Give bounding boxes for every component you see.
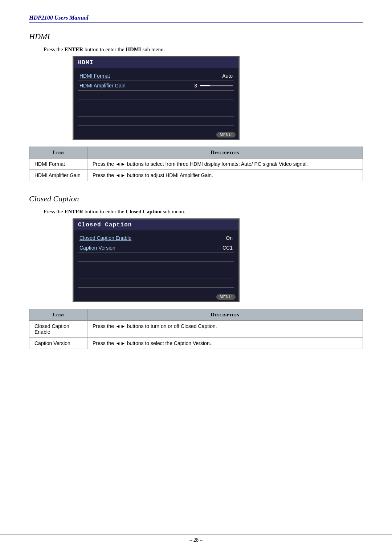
cc-table-item-0: Closed Caption Enable bbox=[29, 321, 87, 338]
osd-row-cc-enable: Closed Caption Enable On bbox=[78, 233, 234, 243]
cc-table-desc-1: Press the ◄► buttons to select the Capti… bbox=[87, 338, 363, 349]
hdmi-desc-table: Item Description HDMI Format Press the ◄… bbox=[29, 147, 363, 181]
page-footer: – 28 – bbox=[0, 534, 392, 543]
hdmi-osd-menu-btn-area: MENU bbox=[74, 130, 238, 139]
hdmi-osd-title: HDMI bbox=[74, 57, 238, 68]
osd-row-hdmi-format: HDMI Format Auto bbox=[78, 71, 234, 81]
cc-osd-row-empty-4 bbox=[78, 279, 234, 288]
cc-menu-pill: MENU bbox=[216, 294, 236, 300]
cc-enable-value: On bbox=[226, 235, 233, 241]
cc-osd-menu-btn-area: MENU bbox=[74, 292, 238, 301]
cc-osd-title: Closed Caption bbox=[74, 219, 238, 230]
cc-osd-row-empty-3 bbox=[78, 270, 234, 279]
table-row: Closed Caption Enable Press the ◄► butto… bbox=[29, 321, 363, 338]
hdmi-table-header-desc: Description bbox=[87, 147, 363, 159]
caption-version-value: CC1 bbox=[222, 245, 233, 251]
page-number: – 28 – bbox=[190, 537, 203, 543]
hdmi-menu-pill: MENU bbox=[216, 132, 236, 138]
hdmi-format-value: Auto bbox=[222, 73, 233, 79]
hdmi-osd-body: HDMI Format Auto HDMI Amplifier Gain 3 bbox=[74, 68, 238, 130]
osd-row-empty-3 bbox=[78, 108, 234, 117]
cc-enable-label: Closed Caption Enable bbox=[79, 235, 131, 241]
table-row: HDMI Amplifier Gain Press the ◄► buttons… bbox=[29, 170, 363, 181]
hdmi-table-item-1: HDMI Amplifier Gain bbox=[29, 170, 87, 181]
cc-osd-row-empty-1 bbox=[78, 253, 234, 262]
hdmi-section-title: HDMI bbox=[29, 32, 363, 41]
cc-table-desc-0: Press the ◄► buttons to turn on or off C… bbox=[87, 321, 363, 338]
cc-desc-table: Item Description Closed Caption Enable P… bbox=[29, 309, 363, 349]
hdmi-gain-bar-fill bbox=[200, 85, 210, 86]
osd-row-empty-1 bbox=[78, 91, 234, 99]
document-title: HDP2100 Users Manual bbox=[29, 15, 363, 23]
hdmi-gain-bar bbox=[200, 85, 233, 86]
caption-version-label: Caption Version bbox=[79, 245, 115, 251]
table-row: HDMI Format Press the ◄► buttons to sele… bbox=[29, 159, 363, 170]
closed-caption-instruction: Press the ENTER button to enter the Clos… bbox=[44, 209, 363, 215]
hdmi-instruction: Press the ENTER button to enter the HDMI… bbox=[44, 46, 363, 53]
cc-osd-box: Closed Caption Closed Caption Enable On … bbox=[73, 218, 240, 302]
cc-table-item-1: Caption Version bbox=[29, 338, 87, 349]
hdmi-table-item-0: HDMI Format bbox=[29, 159, 87, 170]
cc-osd-row-empty-2 bbox=[78, 262, 234, 270]
osd-row-empty-4 bbox=[78, 117, 234, 126]
hdmi-section: HDMI Press the ENTER button to enter the… bbox=[29, 32, 363, 181]
hdmi-table-header-item: Item bbox=[29, 147, 87, 159]
hdmi-osd-box: HDMI HDMI Format Auto HDMI Amplifier Gai… bbox=[73, 56, 240, 140]
closed-caption-section-title: Closed Caption bbox=[29, 194, 363, 204]
hdmi-gain-value: 3 bbox=[194, 83, 233, 89]
cc-osd-body: Closed Caption Enable On Caption Version… bbox=[74, 230, 238, 292]
osd-row-caption-version: Caption Version CC1 bbox=[78, 243, 234, 253]
hdmi-table-desc-0: Press the ◄► buttons to select from thre… bbox=[87, 159, 363, 170]
osd-row-hdmi-gain: HDMI Amplifier Gain 3 bbox=[78, 81, 234, 91]
hdmi-table-desc-1: Press the ◄► buttons to adjust HDMI Ampl… bbox=[87, 170, 363, 181]
hdmi-gain-label: HDMI Amplifier Gain bbox=[79, 83, 126, 89]
table-row: Caption Version Press the ◄► buttons to … bbox=[29, 338, 363, 349]
hdmi-format-label: HDMI Format bbox=[79, 73, 110, 79]
osd-row-empty-2 bbox=[78, 99, 234, 108]
cc-table-header-item: Item bbox=[29, 309, 87, 321]
cc-table-header-desc: Description bbox=[87, 309, 363, 321]
closed-caption-section: Closed Caption Press the ENTER button to… bbox=[29, 194, 363, 349]
